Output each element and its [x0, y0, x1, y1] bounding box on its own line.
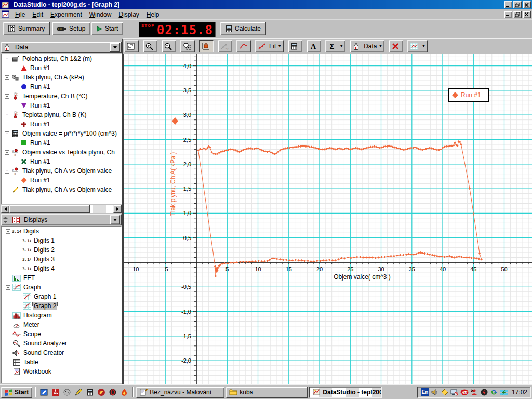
- task-button-paint[interactable]: Bez_názvu - Malování: [136, 387, 224, 398]
- tray-lightning-icon[interactable]: [480, 388, 488, 396]
- data-item[interactable]: −Temperature, Ch B (°C): [2, 91, 121, 101]
- tray-scheduler-icon[interactable]: [441, 388, 449, 396]
- display-item[interactable]: 3.14Digits 3: [2, 255, 121, 264]
- display-item[interactable]: Sound Analyzer: [2, 339, 121, 348]
- task-button-folder-kuba[interactable]: kuba: [226, 387, 308, 398]
- fit-menu-button[interactable]: Fit▼: [255, 40, 284, 52]
- tree-expand-box[interactable]: −: [5, 169, 9, 174]
- task-button-datastudio[interactable]: DataStudio - tepl200...: [309, 387, 382, 398]
- child-restore-button[interactable]: [513, 11, 522, 18]
- statistics-menu-button[interactable]: Σ▼: [325, 40, 345, 52]
- tree-expand-box[interactable]: −: [5, 57, 9, 61]
- delete-button-button[interactable]: [389, 40, 403, 52]
- tree-expand-box[interactable]: −: [5, 150, 9, 155]
- data-item[interactable]: −xyTlak plynu, Ch A vs Objem valce: [2, 166, 121, 176]
- text-tool-button[interactable]: A: [307, 40, 321, 52]
- menu-item-experiment[interactable]: Experiment: [47, 10, 86, 19]
- quicklaunch-acrobat-icon[interactable]: [51, 388, 60, 397]
- setup-button[interactable]: Setup: [52, 22, 90, 35]
- display-item[interactable]: Histogram: [2, 311, 121, 320]
- tree-expand-box[interactable]: −: [6, 229, 10, 234]
- zoom-out-button[interactable]: [162, 40, 176, 52]
- data-run-item[interactable]: Run #1: [2, 176, 121, 185]
- displays-panel-header[interactable]: Displays: [1, 214, 122, 225]
- display-item[interactable]: Workbook: [2, 367, 121, 376]
- data-item[interactable]: −Tlak plynu, Ch A (kPa): [2, 73, 121, 82]
- display-item[interactable]: Graph 2: [2, 301, 121, 311]
- quicklaunch-calculator-icon[interactable]: [85, 388, 95, 397]
- data-run-item[interactable]: Run #1: [2, 119, 121, 129]
- data-menu-button[interactable]: Data▼: [350, 40, 384, 52]
- app-restore-button[interactable]: [513, 1, 522, 8]
- smart-tool-button[interactable]: [199, 40, 214, 52]
- scroll-right-button[interactable]: [113, 205, 122, 213]
- graph-display[interactable]: -10-551015202530354045504,03,53,02,52,01…: [123, 54, 532, 384]
- summary-button[interactable]: Summary: [3, 22, 50, 35]
- tray-refresh-icon[interactable]: [490, 388, 498, 396]
- quicklaunch-flame-icon[interactable]: [119, 388, 129, 397]
- scroll-left-button[interactable]: [1, 205, 9, 213]
- display-item[interactable]: 3.14Digits 1: [2, 236, 121, 245]
- zoom-in-button[interactable]: [143, 40, 157, 52]
- child-minimize-button[interactable]: [504, 11, 512, 18]
- tray-volume-icon[interactable]: [431, 388, 439, 396]
- menu-item-file[interactable]: File: [11, 10, 29, 19]
- zoom-select-button[interactable]: [180, 40, 195, 52]
- display-item[interactable]: Meter: [2, 320, 121, 329]
- menu-item-display[interactable]: Display: [115, 10, 142, 19]
- splitter-icon[interactable]: [3, 216, 8, 224]
- data-run-item[interactable]: Run #1: [2, 138, 121, 148]
- graph-settings-menu-button[interactable]: ▼: [407, 40, 428, 52]
- quicklaunch-notes-icon[interactable]: [39, 388, 49, 397]
- data-tree-hscrollbar[interactable]: [1, 205, 122, 213]
- data-run-item[interactable]: Run #1: [2, 63, 121, 73]
- display-item[interactable]: −Graph: [2, 283, 121, 292]
- display-item[interactable]: Sound Creator: [2, 348, 121, 357]
- data-item[interactable]: −Objem valce = pi*r*r*y*100 (cm^3): [2, 129, 121, 138]
- note-tool-button[interactable]: [236, 40, 251, 52]
- data-dropdown-button[interactable]: [110, 43, 120, 52]
- calculator-tool-button[interactable]: [288, 40, 302, 52]
- tree-expand-box[interactable]: −: [6, 285, 10, 290]
- data-item[interactable]: Tlak plynu, Ch A vs Objem valce: [2, 185, 121, 194]
- language-indicator[interactable]: En: [421, 388, 429, 396]
- quicklaunch-opera-icon[interactable]: [108, 388, 117, 397]
- display-item[interactable]: −3.14Digits: [2, 227, 121, 236]
- menu-item-edit[interactable]: Edit: [29, 10, 47, 19]
- tray-zpower-icon[interactable]: [500, 388, 508, 396]
- tree-expand-box[interactable]: −: [5, 131, 9, 136]
- data-item[interactable]: −xyObjem valce vs Teplota plynu, Ch: [2, 148, 121, 157]
- display-item[interactable]: Graph 1: [2, 292, 121, 301]
- app-close-button[interactable]: [523, 1, 531, 8]
- display-item[interactable]: 3.14Digits 2: [2, 245, 121, 255]
- displays-dropdown-button[interactable]: [110, 215, 120, 224]
- app-minimize-button[interactable]: [504, 1, 512, 8]
- display-item[interactable]: 3.14Digits 4: [2, 264, 121, 273]
- display-item[interactable]: Scope: [2, 329, 121, 339]
- data-run-item[interactable]: Run #1: [2, 101, 121, 110]
- tree-expand-box[interactable]: −: [5, 94, 9, 99]
- data-item[interactable]: −Teplota plynu, Ch B (K): [2, 110, 121, 119]
- tree-expand-box[interactable]: −: [5, 75, 9, 80]
- scrollbar-thumb[interactable]: [9, 205, 90, 213]
- display-item[interactable]: FFT: [2, 273, 121, 283]
- data-run-item[interactable]: Run #1: [2, 82, 121, 91]
- tray-clock[interactable]: 17:02: [512, 389, 527, 396]
- start-button[interactable]: Start: [91, 22, 123, 35]
- quicklaunch-bird-icon[interactable]: [62, 388, 72, 397]
- chart-plot[interactable]: -10-551015202530354045504,03,53,02,52,01…: [124, 54, 532, 384]
- child-window-icon[interactable]: [1, 10, 10, 18]
- menu-item-window[interactable]: Window: [86, 10, 115, 19]
- tray-display-icon[interactable]: [450, 388, 459, 396]
- calculate-button[interactable]: Calculate: [220, 22, 266, 35]
- menu-item-help[interactable]: Help: [143, 10, 163, 19]
- tray-person-icon[interactable]: [470, 388, 478, 396]
- child-close-button[interactable]: [523, 11, 531, 18]
- tree-expand-box[interactable]: −: [5, 113, 9, 117]
- data-run-item[interactable]: Run #1: [2, 157, 121, 166]
- tray-ati-icon[interactable]: ATi: [460, 388, 469, 396]
- slope-tool-button[interactable]: xy: [218, 40, 232, 52]
- legend[interactable]: Run #1: [448, 88, 489, 102]
- data-panel-header[interactable]: Data: [1, 42, 122, 53]
- quicklaunch-pen-icon[interactable]: [74, 388, 83, 397]
